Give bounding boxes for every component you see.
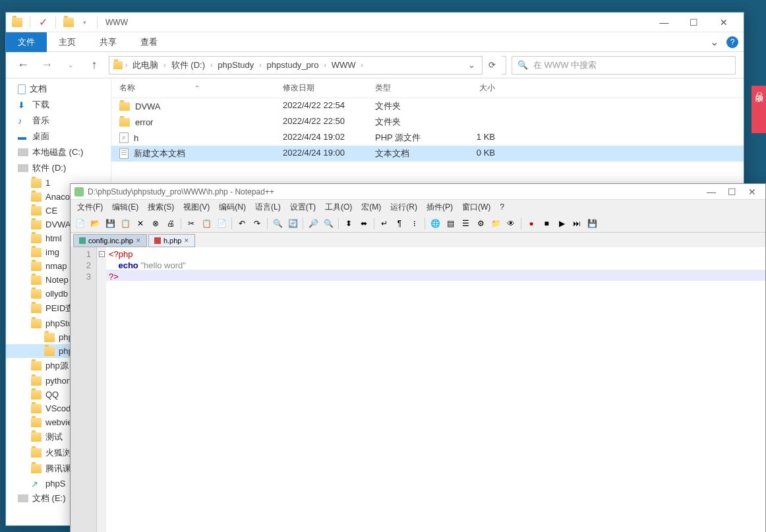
menu-item[interactable]: 设置(T)	[286, 200, 320, 214]
doc-list-icon[interactable]: ☰	[459, 217, 472, 230]
play-multi-icon[interactable]: ⏭	[570, 217, 583, 230]
breadcrumb[interactable]: › 此电脑 › 软件 (D:) › phpStudy › phpstudy_pr…	[109, 56, 506, 74]
col-name[interactable]: 名称⌃	[111, 82, 283, 94]
zoom-out-icon[interactable]: 🔍	[322, 217, 335, 230]
fold-minus-icon[interactable]: −	[99, 251, 105, 257]
refresh-button[interactable]: ⟳	[482, 56, 502, 74]
close-button[interactable]: ✕	[709, 13, 738, 32]
save-macro-icon[interactable]: 💾	[585, 217, 599, 230]
save-all-icon[interactable]: 📋	[119, 217, 132, 230]
crumb[interactable]: 软件 (D:)	[169, 58, 208, 73]
menu-item[interactable]: 插件(P)	[423, 200, 457, 214]
record-icon[interactable]: ●	[525, 217, 538, 230]
tree-item[interactable]: ⬇下载	[6, 97, 111, 113]
close-icon[interactable]: ✕	[134, 217, 147, 230]
ribbon-tab-file[interactable]: 文件	[6, 32, 47, 52]
file-row[interactable]: Ph2022/4/24 19:02PHP 源文件1 KB	[111, 130, 744, 146]
file-row[interactable]: 新建文本文档2022/4/24 19:00文本文档0 KB	[111, 146, 744, 162]
dropdown-icon[interactable]: ▾	[78, 16, 90, 28]
file-row[interactable]: DVWA2022/4/22 22:54文件夹	[111, 98, 744, 114]
chevron-right-icon[interactable]: ›	[125, 61, 127, 69]
fold-column[interactable]: −	[97, 247, 106, 532]
help-icon[interactable]: ?	[726, 36, 738, 48]
find-icon[interactable]: 🔍	[271, 217, 284, 230]
col-type[interactable]: 类型	[375, 82, 454, 94]
menu-item[interactable]: 视图(V)	[179, 200, 214, 214]
redo-icon[interactable]: ↷	[250, 217, 264, 230]
editor-tab[interactable]: config.inc.php✕	[73, 234, 147, 247]
paste-icon[interactable]: 📄	[215, 217, 228, 230]
tree-item[interactable]: 软件 (D:)	[6, 160, 111, 176]
menu-item[interactable]: ?	[496, 201, 508, 213]
all-chars-icon[interactable]: ¶	[393, 217, 406, 230]
indent-guide-icon[interactable]: ⫶	[408, 217, 421, 230]
quick-access-toolbar[interactable]: ✓	[37, 16, 49, 28]
maximize-button[interactable]: ☐	[679, 13, 709, 32]
copy-icon[interactable]: 📋	[200, 217, 213, 230]
code-text[interactable]: <?php echo "hello word" ?>	[106, 247, 765, 532]
cut-icon[interactable]: ✂	[185, 217, 198, 230]
func-list-icon[interactable]: ⚙	[474, 217, 487, 230]
close-button[interactable]: ✕	[748, 187, 756, 197]
menu-item[interactable]: 编辑(E)	[108, 200, 142, 214]
tree-item[interactable]: ♪音乐	[6, 113, 111, 129]
ribbon-expand-icon[interactable]: ⌄	[702, 36, 726, 48]
play-icon[interactable]: ▶	[555, 217, 568, 230]
ribbon-tab-home[interactable]: 主页	[47, 32, 88, 52]
print-icon[interactable]: 🖨	[164, 217, 177, 230]
minimize-button[interactable]: —	[707, 187, 716, 197]
chevron-right-icon[interactable]: ›	[163, 61, 165, 69]
folder-workspace-icon[interactable]: 📁	[489, 217, 502, 230]
menu-item[interactable]: 运行(R)	[386, 200, 421, 214]
menu-item[interactable]: 搜索(S)	[144, 200, 178, 214]
menu-item[interactable]: 工具(O)	[321, 200, 356, 214]
monitoring-icon[interactable]: 👁	[504, 217, 517, 230]
chevron-right-icon[interactable]: ›	[361, 61, 363, 69]
chevron-right-icon[interactable]: ›	[259, 61, 261, 69]
menu-item[interactable]: 窗口(W)	[458, 200, 494, 214]
menu-item[interactable]: 宏(M)	[357, 200, 385, 214]
ribbon-tab-share[interactable]: 共享	[88, 32, 129, 52]
open-file-icon[interactable]: 📂	[88, 217, 102, 230]
chevron-right-icon[interactable]: ›	[324, 61, 326, 69]
wordwrap-icon[interactable]: ↵	[378, 217, 391, 230]
sync-h-icon[interactable]: ⬌	[357, 217, 370, 230]
crumb[interactable]: phpStudy	[215, 59, 256, 71]
editor-tab[interactable]: h.php✕	[148, 234, 196, 247]
maximize-button[interactable]: ☐	[728, 187, 736, 197]
minimize-button[interactable]: —	[649, 13, 679, 32]
chevron-right-icon[interactable]: ›	[210, 61, 212, 69]
doc-map-icon[interactable]: ▤	[444, 217, 457, 230]
file-row[interactable]: error2022/4/22 22:50文件夹	[111, 114, 744, 130]
npp-tabs: config.inc.php✕h.php✕	[71, 233, 765, 247]
stop-icon[interactable]: ■	[540, 217, 553, 230]
new-file-icon[interactable]: 📄	[73, 217, 86, 230]
code-editor[interactable]: 123 − <?php echo "hello word" ?>	[71, 247, 765, 532]
save-icon[interactable]: 💾	[103, 217, 117, 230]
ribbon-tab-view[interactable]: 查看	[129, 32, 169, 52]
close-all-icon[interactable]: ⊗	[149, 217, 162, 230]
zoom-in-icon[interactable]: 🔎	[307, 217, 320, 230]
replace-icon[interactable]: 🔄	[286, 217, 299, 230]
crumb[interactable]: phpstudy_pro	[264, 59, 322, 71]
nav-history-button[interactable]: ⌄	[61, 56, 80, 74]
tree-item[interactable]: 本地磁盘 (C:)	[6, 144, 111, 160]
search-input[interactable]: 🔍 在 WWW 中搜索	[512, 56, 736, 74]
crumb[interactable]: WWW	[329, 59, 359, 71]
nav-forward-button[interactable]: →	[38, 56, 56, 74]
tree-item[interactable]: ▬桌面	[6, 129, 111, 144]
breadcrumb-dropdown[interactable]: ⌄	[464, 60, 479, 70]
nav-up-button[interactable]: ↑	[85, 56, 103, 74]
menu-item[interactable]: 编码(N)	[215, 200, 250, 214]
tree-item[interactable]: 文档	[6, 81, 111, 97]
crumb[interactable]: 此电脑	[130, 58, 161, 73]
col-size[interactable]: 大小	[454, 82, 500, 94]
language-icon[interactable]: 🌐	[428, 217, 442, 230]
nav-back-button[interactable]: ←	[14, 56, 32, 74]
undo-icon[interactable]: ↶	[235, 217, 249, 230]
menu-item[interactable]: 文件(F)	[73, 200, 107, 214]
sync-v-icon[interactable]: ⬍	[342, 217, 355, 230]
col-date[interactable]: 修改日期	[283, 82, 375, 94]
menu-item[interactable]: 语言(L)	[251, 200, 285, 214]
folder-icon	[11, 16, 23, 28]
